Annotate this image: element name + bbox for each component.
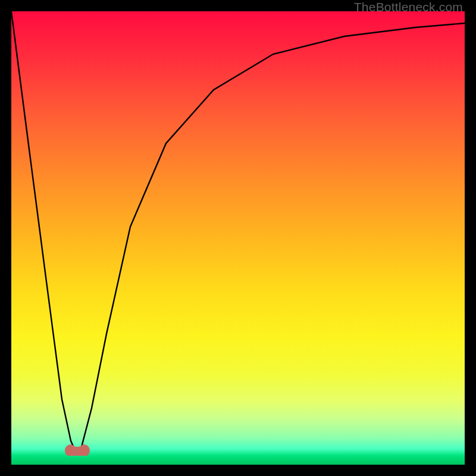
curve-path (11, 11, 465, 452)
bottleneck-curve (11, 11, 465, 465)
watermark-text: TheBottleneck.com (354, 0, 463, 14)
chart-plot-area (11, 11, 465, 465)
